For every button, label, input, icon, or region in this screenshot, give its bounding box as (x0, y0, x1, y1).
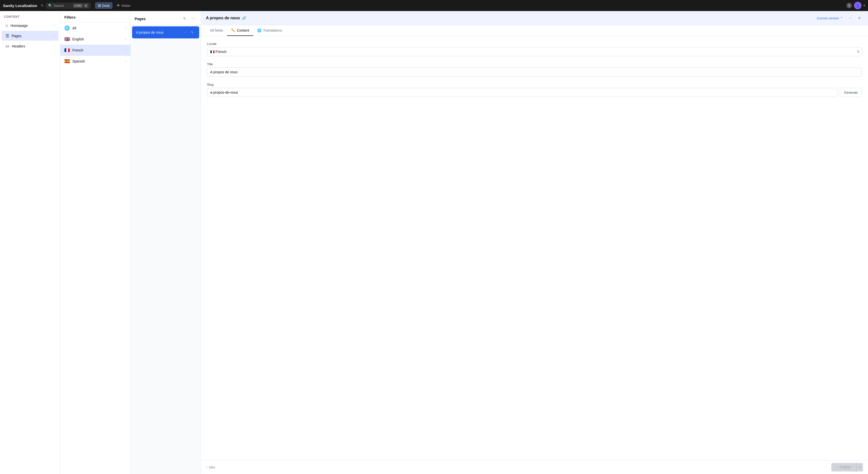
pages-icon: ☰ (5, 33, 9, 38)
locale-field-group: Locale 🇫🇷 French ⇅ (207, 42, 862, 56)
headers-icon: ▭ (5, 44, 9, 49)
pages-title: Pages (135, 17, 146, 21)
vision-icon: 👁 (117, 3, 120, 7)
sidebar-item-headers[interactable]: ▭ Headers › (1, 41, 59, 51)
slug-label: Slug (207, 83, 862, 86)
generate-button[interactable]: Generate (840, 88, 862, 97)
sidebar: Content ⌂ Homepage › ☰ Pages › ▭ Headers… (0, 11, 60, 474)
notification-badge[interactable]: 0 (846, 3, 852, 8)
locale-label: Locale (207, 42, 862, 46)
pages-panel: Pages ✎ ⋯ A propos de nous ↑ ✎ (131, 11, 201, 474)
pages-header-actions: ✎ ⋯ (181, 15, 197, 22)
detail-tabs: All fields ✏️ Content 🌐 Translations (201, 25, 868, 36)
translations-label: Translations (263, 28, 282, 32)
page-edit-icon[interactable]: ✎ (189, 29, 195, 35)
chevron-right-icon: › (54, 24, 55, 27)
detail-title: A propos de nous 🔗 (206, 16, 246, 20)
edit-icon[interactable]: ✎ (41, 3, 44, 7)
content-label: Content (237, 28, 249, 32)
publish-area: ↑ Publish ▾ (831, 463, 863, 472)
detail-header: A propos de nous 🔗 Current version ⌃ ⋯ × (201, 11, 868, 25)
sidebar-item-pages[interactable]: ☰ Pages › (1, 31, 59, 41)
chevron-up-icon: ⌃ (840, 16, 843, 20)
chevron-right-spanish: › (125, 60, 126, 63)
pages-header: Pages ✎ ⋯ (131, 11, 201, 25)
tab-vision-label: Vision (121, 4, 130, 7)
locale-select[interactable]: 🇫🇷 French (207, 47, 862, 56)
globe-tab-icon: 🌐 (257, 28, 261, 32)
desk-icon: ⊞ (98, 3, 101, 7)
filter-french-label: French (72, 48, 83, 52)
filter-spanish-label: Spanish (72, 59, 85, 63)
main-layout: Content ⌂ Homepage › ☰ Pages › ▭ Headers… (0, 11, 868, 474)
detail-footer: ↑ 26m ↑ Publish ▾ (201, 460, 868, 474)
search-box[interactable]: 🔍 Search CMD K (46, 2, 91, 9)
detail-more-icon[interactable]: ⋯ (847, 14, 854, 22)
publish-icon: ↑ (836, 465, 838, 469)
sidebar-item-headers-label: Headers (12, 44, 25, 48)
time-label: 26m (209, 466, 215, 469)
current-version-label: Current version (817, 16, 839, 20)
topnav: Sanity Localization ✎ 🔍 Search CMD K ⊞ D… (0, 0, 868, 11)
kbd-modifier: CMD (73, 3, 83, 8)
avatar-initials: 👤 (856, 4, 860, 7)
publish-label: Publish (840, 465, 851, 469)
filters-header: Filters (60, 11, 130, 23)
pages-more-icon[interactable]: ⋯ (190, 15, 197, 22)
publish-dropdown-icon: ▾ (859, 466, 861, 469)
chevron-down-icon[interactable]: ▾ (864, 4, 865, 7)
filter-english-label: English (72, 37, 84, 41)
search-placeholder: Search (54, 4, 64, 7)
tab-translations[interactable]: 🌐 Translations (253, 25, 286, 36)
sidebar-item-homepage[interactable]: ⌂ Homepage › (1, 21, 59, 30)
current-version-button[interactable]: Current version ⌃ (815, 15, 845, 21)
all-fields-label: All fields (210, 28, 223, 32)
filter-english[interactable]: 🇬🇧 English › (60, 34, 130, 45)
title-label: Title (207, 62, 862, 66)
chevron-right-all: › (125, 26, 126, 30)
tab-content[interactable]: ✏️ Content (227, 25, 253, 36)
filter-all-label: All (72, 26, 76, 30)
tab-vision[interactable]: 👁 Vision (114, 2, 133, 9)
avatar[interactable]: 👤 (854, 2, 862, 9)
clock-icon: ↑ (206, 466, 208, 469)
detail-content: Locale 🇫🇷 French ⇅ Title Slug (201, 36, 868, 460)
title-input[interactable] (207, 67, 862, 76)
page-pin-icon[interactable]: ↑ (182, 29, 188, 35)
chevron-right-english: › (125, 37, 126, 41)
pages-new-icon[interactable]: ✎ (181, 15, 188, 22)
chevron-right-icon-headers: › (54, 44, 55, 48)
filter-french[interactable]: 🇫🇷 French › (60, 45, 130, 56)
search-icon: 🔍 (48, 4, 52, 7)
pencil-icon: ✏️ (231, 28, 235, 32)
kbd-key: K (84, 3, 88, 8)
sidebar-item-homepage-label: Homepage (10, 24, 28, 28)
topnav-right: 0 👤 ▾ (846, 2, 865, 9)
title-field-group: Title (207, 62, 862, 76)
chevron-right-icon-pages: › (54, 34, 55, 38)
app-title: Sanity Localization (3, 3, 37, 8)
flag-french: 🇫🇷 (64, 48, 70, 53)
link-icon[interactable]: 🔗 (242, 16, 246, 20)
filter-spanish[interactable]: 🇪🇸 Spanish › (60, 56, 130, 67)
tab-desk[interactable]: ⊞ Desk (95, 2, 113, 9)
flag-english: 🇬🇧 (64, 36, 70, 42)
publish-dropdown-button[interactable]: ▾ (856, 463, 863, 472)
locale-select-wrapper: 🇫🇷 French ⇅ (207, 47, 862, 56)
tab-desk-label: Desk (102, 4, 110, 7)
filters-panel: Filters 🌐 All › 🇬🇧 English › 🇫🇷 French › (60, 11, 131, 474)
tab-all-fields[interactable]: All fields (206, 25, 227, 36)
footer-time: ↑ 26m (206, 466, 215, 469)
page-item-a-propos[interactable]: A propos de nous ↑ ✎ (132, 26, 199, 38)
slug-input[interactable] (207, 88, 838, 97)
detail-close-icon[interactable]: × (856, 14, 863, 22)
publish-button[interactable]: ↑ Publish (831, 463, 856, 472)
slug-field-group: Slug Generate (207, 83, 862, 97)
detail-panel: A propos de nous 🔗 Current version ⌃ ⋯ ×… (201, 11, 868, 474)
nav-tabs: ⊞ Desk 👁 Vision (95, 2, 133, 9)
chevron-right-french: › (125, 49, 126, 52)
home-icon: ⌂ (5, 23, 8, 28)
filter-all[interactable]: 🌐 All › (60, 23, 130, 34)
sidebar-item-pages-label: Pages (11, 34, 22, 38)
flag-spanish: 🇪🇸 (64, 59, 70, 64)
